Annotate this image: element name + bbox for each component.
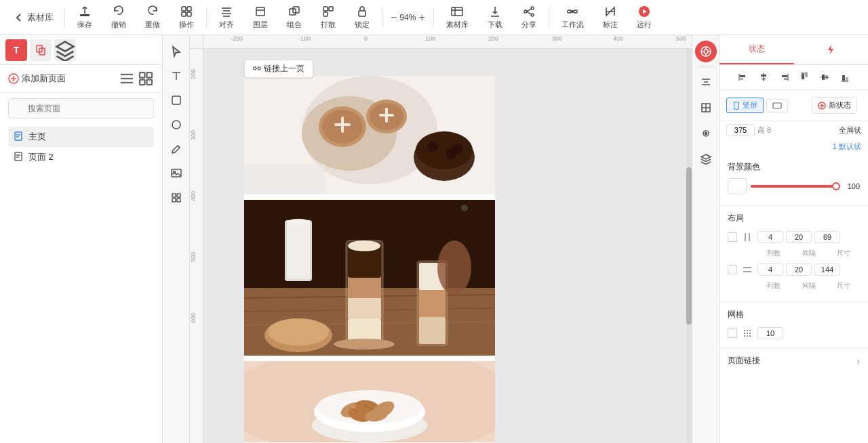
text-tool[interactable]	[165, 65, 187, 87]
width-input[interactable]	[726, 124, 755, 136]
resize-icon[interactable]	[695, 97, 717, 119]
svg-rect-60	[172, 198, 176, 202]
tab-text[interactable]: T	[5, 39, 27, 61]
canvas-area[interactable]: -200 -100 0 100 200 300 400 500 600 200 …	[190, 35, 692, 443]
tab-layers[interactable]	[54, 39, 76, 61]
vertical-screen-button[interactable]: 竖屏	[726, 98, 764, 113]
grid-checkbox[interactable]	[728, 329, 737, 338]
align-right-button[interactable]	[774, 68, 793, 87]
align-icon[interactable]	[695, 71, 717, 93]
page-link-row: 页面链接 ›	[728, 355, 860, 366]
pen-tool[interactable]	[165, 138, 187, 160]
cols-input[interactable]	[757, 231, 783, 243]
page-name-2: 页面 2	[28, 151, 54, 163]
rows-input[interactable]	[757, 263, 783, 276]
select-tool[interactable]	[165, 41, 187, 62]
main-area: T	[0, 35, 868, 443]
material-label: 素材库	[446, 20, 469, 30]
bg-color-title: 背景颜色	[728, 161, 860, 173]
opacity-thumb[interactable]	[832, 182, 840, 190]
tab-flash[interactable]	[794, 35, 869, 64]
new-state-button[interactable]: 新状态	[812, 97, 857, 114]
zoom-plus-button[interactable]: +	[418, 12, 425, 24]
screen-selector: 竖屏 新状态	[719, 90, 868, 121]
operation-button[interactable]: 操作	[170, 2, 203, 33]
svg-rect-39	[140, 72, 145, 78]
run-label: 运行	[637, 20, 652, 30]
lock-button[interactable]: 锁定	[345, 2, 379, 33]
svg-rect-3	[182, 12, 186, 16]
circle-tool[interactable]	[165, 114, 187, 135]
tab-pages[interactable]	[30, 39, 52, 61]
search-input[interactable]	[8, 98, 154, 119]
run-button[interactable]: 运行	[627, 2, 661, 33]
redo-button[interactable]: 重做	[136, 2, 170, 33]
save-button[interactable]: 保存	[68, 2, 102, 33]
toolbar-divider-5	[549, 7, 549, 28]
align-button[interactable]: 对齐	[210, 2, 243, 33]
share-button[interactable]: 分享	[512, 2, 546, 33]
align-top-button[interactable]	[795, 68, 814, 87]
combine-button[interactable]: 组合	[277, 2, 311, 33]
svg-rect-0	[80, 14, 90, 16]
grid-view-button[interactable]	[138, 70, 154, 87]
svg-point-106	[437, 240, 471, 295]
tab-state[interactable]: 状态	[719, 35, 794, 64]
opacity-track[interactable]	[751, 185, 837, 188]
svg-rect-141	[802, 74, 804, 79]
svg-rect-32	[39, 48, 45, 55]
shape-tool[interactable]	[165, 89, 187, 111]
svg-rect-92	[348, 298, 381, 318]
svg-rect-145	[825, 75, 828, 79]
zoom-input[interactable]: 94%	[399, 13, 416, 22]
toolbar-divider-3	[382, 7, 382, 28]
download-button[interactable]: 下载	[478, 2, 512, 33]
svg-rect-59	[177, 194, 180, 197]
material-button[interactable]: 素材库	[437, 2, 478, 33]
view-toggle	[119, 70, 154, 87]
image-tool[interactable]	[165, 163, 187, 184]
undo-button[interactable]: 撤销	[102, 2, 136, 33]
frame-button[interactable]: 围层	[243, 2, 277, 33]
annotate-button[interactable]: 标注	[593, 2, 627, 33]
grid-input[interactable]	[757, 327, 783, 339]
state-default-label[interactable]: 1 默认状	[833, 142, 861, 152]
zoom-minus-button[interactable]: −	[391, 12, 397, 24]
vertical-scrollbar[interactable]	[686, 49, 692, 443]
far-right-panel	[692, 35, 719, 443]
add-page-button[interactable]: 添加新页面	[8, 72, 66, 85]
opacity-value: 100	[841, 182, 860, 190]
col-size-input[interactable]	[814, 231, 840, 243]
back-button[interactable]: 素材库	[5, 12, 62, 24]
link-prev-button[interactable]: 链接上一页	[244, 60, 313, 78]
plugin-tool[interactable]	[165, 187, 187, 209]
page-link-chevron[interactable]: ›	[856, 356, 860, 366]
row-gap-input[interactable]	[786, 263, 812, 276]
workflow-button[interactable]: 工作流	[552, 2, 593, 33]
page-item-1[interactable]: 主页	[8, 127, 154, 147]
svg-rect-139	[784, 78, 787, 80]
target-icon[interactable]	[695, 41, 717, 62]
align-left-button[interactable]	[734, 68, 753, 87]
horizontal-screen-button[interactable]	[766, 99, 788, 112]
layout-cols-icon	[740, 230, 755, 245]
svg-rect-14	[329, 7, 333, 11]
list-view-button[interactable]	[119, 70, 135, 87]
row-size-input[interactable]	[814, 263, 840, 276]
align-center-button[interactable]	[754, 68, 773, 87]
toolbar-divider-1	[64, 7, 65, 28]
page-name-1: 主页	[28, 131, 46, 143]
scrollbar-thumb[interactable]	[686, 167, 692, 325]
align-bottom-button[interactable]	[835, 68, 854, 87]
layout-cols-checkbox[interactable]	[728, 232, 737, 242]
layout-rows-checkbox[interactable]	[728, 265, 737, 274]
scatter-button[interactable]: 打散	[311, 2, 345, 33]
col-gap-input[interactable]	[786, 231, 812, 243]
bg-color-picker[interactable]	[728, 178, 747, 194]
components-icon[interactable]	[695, 123, 717, 144]
layers-icon-right[interactable]	[695, 148, 717, 170]
grid-row	[728, 326, 860, 341]
svg-point-80	[421, 149, 431, 159]
page-item-2[interactable]: 页面 2	[8, 147, 154, 167]
align-middle-button[interactable]	[815, 68, 834, 87]
